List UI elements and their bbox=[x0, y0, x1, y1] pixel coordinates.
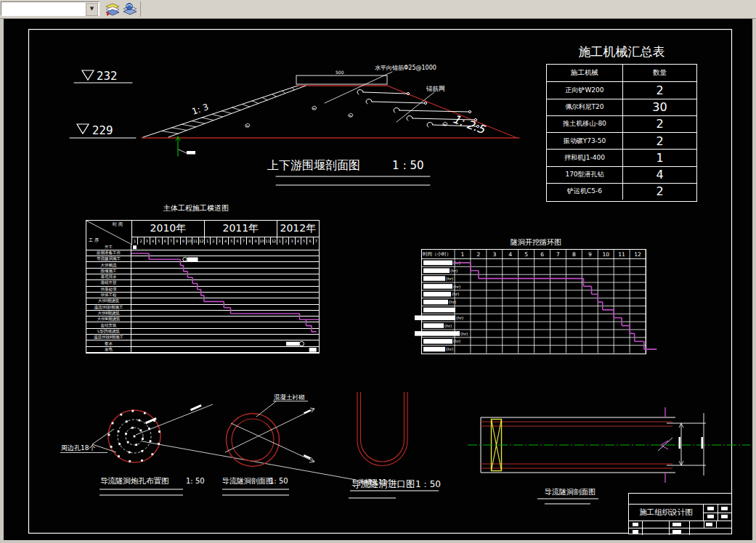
titleblock-line bbox=[704, 513, 731, 513]
annotation-box bbox=[187, 257, 198, 261]
toolbar-separator bbox=[140, 1, 141, 17]
illegible-label-mark bbox=[721, 507, 728, 510]
machine-col-header: 数量 bbox=[622, 65, 696, 81]
machine-name-cell: 佩尔利尼T20 bbox=[547, 99, 622, 115]
cad-application-window: { "toolbar": { "combo_value": "", "dropd… bbox=[0, 0, 756, 543]
titleblock-line bbox=[716, 520, 717, 528]
schedule-bar-line bbox=[131, 253, 319, 332]
illegible-label-mark bbox=[672, 530, 681, 534]
layer-dropdown[interactable]: ▼ bbox=[1, 1, 99, 16]
machine-qty-cell: 4 bbox=[622, 166, 696, 183]
machine-col-header: 施工机械 bbox=[547, 65, 622, 81]
illegible-label-mark bbox=[672, 523, 681, 526]
annotation-box bbox=[309, 348, 317, 352]
illegible-label-mark bbox=[707, 507, 714, 510]
machine-name-cell: 正向铲W200 bbox=[547, 81, 622, 98]
machine-qty-cell: 2 bbox=[622, 132, 696, 149]
layers-icon[interactable] bbox=[105, 1, 121, 17]
machine-name-cell: 拌和机J1-400 bbox=[547, 149, 622, 166]
titleblock-line bbox=[669, 520, 670, 535]
machine-name-cell: 推土机移山-80 bbox=[547, 115, 622, 132]
title-block: 施工组织设计图 bbox=[628, 493, 732, 534]
toolbar: ▼ bbox=[0, 0, 756, 19]
machine-name-cell: 振动碾Y73-50 bbox=[547, 132, 622, 149]
gantt-chart: 时 间工 序2010年1234567891011122011年123456789… bbox=[86, 220, 320, 354]
milestone-marker bbox=[133, 245, 137, 249]
schedule-bar-line bbox=[455, 263, 657, 349]
illegible-label-mark bbox=[707, 515, 714, 518]
titleblock-line bbox=[704, 520, 704, 528]
titleblock-line bbox=[629, 528, 731, 528]
gantt-title: 主体工程施工横道图 bbox=[163, 203, 229, 213]
illegible-label-mark bbox=[633, 523, 638, 526]
layer-states-icon[interactable] bbox=[122, 1, 138, 17]
layer-states-icon-glyph bbox=[122, 1, 138, 17]
illegible-label-mark bbox=[633, 530, 638, 534]
illegible-label-mark bbox=[706, 523, 712, 526]
cycle-title: 隧洞开挖循环图 bbox=[511, 237, 561, 248]
titleblock-line bbox=[642, 520, 643, 535]
dropdown-arrow-icon[interactable]: ▼ bbox=[86, 3, 98, 16]
machine-name-cell: 铲运机C5-6 bbox=[547, 183, 622, 200]
layers-icon-glyph bbox=[105, 1, 121, 17]
machine-qty-cell: 1 bbox=[622, 149, 696, 166]
titleblock-top-cell bbox=[629, 494, 731, 505]
titleblock-drawing-title: 施工组织设计图 bbox=[629, 505, 704, 520]
machine-table-title: 施工机械汇总表 bbox=[546, 44, 697, 60]
machine-qty-cell: 2 bbox=[622, 81, 696, 98]
machine-table: 施工机械数量正向铲W2002佩尔利尼T2030推土机移山-802振动碾Y73-5… bbox=[546, 64, 697, 202]
cycle-chart: (hr)(hr)(hr)(hr)(hr)(hr)(hr)(hr)(hr)(hr)… bbox=[421, 249, 646, 354]
machine-qty-cell: 30 bbox=[622, 99, 696, 115]
machine-qty-cell: 2 bbox=[622, 115, 696, 132]
annotation-box bbox=[286, 342, 299, 346]
machine-name-cell: 170型潜孔钻 bbox=[547, 166, 622, 183]
machine-qty-cell: 2 bbox=[622, 183, 696, 200]
illegible-label-mark bbox=[721, 515, 728, 518]
titleblock-line bbox=[689, 520, 690, 535]
